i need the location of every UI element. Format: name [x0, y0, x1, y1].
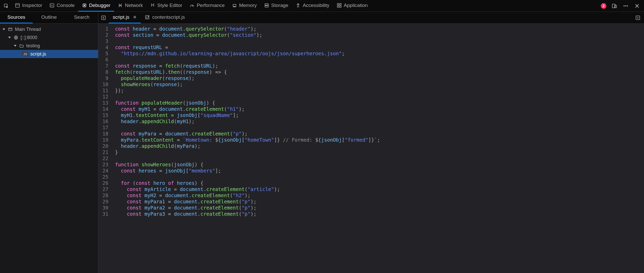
pick-element-icon — [4, 3, 9, 8]
svg-rect-12 — [340, 6, 341, 7]
tree-row-main-thread[interactable]: Main Thread — [0, 25, 98, 33]
tab-debugger[interactable]: Debugger — [78, 0, 114, 12]
pick-element-button[interactable] — [1, 0, 11, 12]
tab-console[interactable]: Console — [46, 0, 78, 12]
tab-performance[interactable]: Performance — [186, 0, 228, 12]
svg-rect-20 — [8, 28, 12, 31]
panel-tab-search[interactable]: Search — [65, 12, 98, 23]
back-arrow-button[interactable] — [98, 12, 109, 23]
debugger-main: Main Thread [::]:8000 testing JS script.… — [0, 24, 644, 273]
tab-label: Memory — [239, 3, 257, 8]
svg-point-17 — [627, 5, 628, 6]
svg-rect-6 — [265, 4, 268, 5]
tab-accessibility[interactable]: Accessibility — [292, 0, 333, 12]
folder-icon — [19, 43, 24, 48]
toolbar-right: 2 — [601, 3, 643, 9]
svg-rect-9 — [337, 4, 339, 5]
toolbar-left: Inspector Console Debugger Network Style — [1, 0, 371, 12]
tab-label: Application — [344, 3, 368, 8]
js-badge-icon: JS — [22, 52, 28, 56]
file-tab-contentscript-js[interactable]: contentscript.js — [141, 12, 189, 23]
panel-tab-sources[interactable]: Sources — [0, 12, 33, 23]
svg-rect-19 — [636, 16, 640, 20]
tab-label: Inspector — [22, 3, 42, 8]
tab-network[interactable]: Network — [114, 0, 146, 12]
tree-row-host[interactable]: [::]:8000 — [0, 33, 98, 42]
svg-point-16 — [625, 5, 626, 6]
tab-label: Accessibility — [303, 3, 329, 8]
svg-rect-5 — [233, 4, 236, 6]
panel-tab-label: Outline — [41, 14, 57, 20]
performance-icon — [189, 3, 195, 8]
puzzle-icon — [145, 15, 150, 20]
file-tab-label: contentscript.js — [152, 14, 185, 20]
tab-memory[interactable]: Memory — [228, 0, 260, 12]
tab-storage[interactable]: Storage — [260, 0, 292, 12]
tree-label: Main Thread — [15, 27, 41, 32]
tab-label: Performance — [197, 3, 225, 8]
tab-inspector[interactable]: Inspector — [11, 0, 46, 12]
tree-label: testing — [26, 43, 40, 49]
panel-tab-label: Search — [74, 14, 89, 20]
tab-label: Network — [125, 3, 143, 8]
svg-point-8 — [298, 4, 298, 4]
tab-label: Console — [57, 3, 75, 8]
svg-rect-18 — [102, 16, 106, 20]
debugger-icon — [82, 3, 87, 8]
close-icon[interactable]: ✕ — [132, 14, 137, 20]
svg-rect-11 — [337, 6, 339, 7]
network-icon — [118, 3, 123, 8]
code-editor[interactable]: 1234567891011121314151617181920212223242… — [98, 24, 644, 273]
svg-rect-1 — [16, 4, 20, 7]
close-devtools-button[interactable] — [634, 3, 640, 9]
panel-tabs: Sources Outline Search — [0, 12, 98, 23]
tab-label: Style Editor — [157, 3, 182, 8]
tab-style-editor[interactable]: Style Editor — [146, 0, 186, 12]
globe-icon — [13, 35, 19, 40]
file-tab-label: script.js — [113, 14, 129, 20]
tab-application[interactable]: Application — [333, 0, 371, 12]
file-tab-script-js[interactable]: script.js ✕ — [109, 12, 141, 23]
storage-icon — [264, 3, 269, 8]
style-editor-icon — [150, 3, 155, 8]
panel-tab-label: Sources — [7, 14, 25, 20]
more-menu-button[interactable] — [622, 3, 629, 9]
tab-label: Storage — [271, 3, 289, 8]
tree-label: script.js — [30, 51, 46, 57]
inspector-icon — [15, 3, 20, 8]
memory-icon — [232, 3, 237, 8]
tree-label: [::]:8000 — [21, 35, 37, 40]
console-icon — [49, 3, 55, 8]
sources-tree: Main Thread [::]:8000 testing JS script.… — [0, 24, 98, 273]
debugger-secondbar: Sources Outline Search script.js ✕ conte… — [0, 12, 644, 24]
devtools-toolbar: Inspector Console Debugger Network Style — [0, 0, 644, 12]
svg-rect-10 — [340, 4, 341, 5]
svg-point-15 — [624, 5, 625, 6]
application-icon — [337, 3, 342, 8]
line-gutter: 1234567891011121314151617181920212223242… — [98, 24, 111, 273]
panel-tab-outline[interactable]: Outline — [33, 12, 65, 23]
svg-rect-2 — [50, 4, 54, 7]
window-icon — [8, 27, 13, 32]
accessibility-icon — [295, 3, 301, 8]
twisty-icon — [2, 28, 6, 31]
tab-label: Debugger — [89, 3, 110, 8]
code-content[interactable]: const header = document.querySelector("h… — [111, 24, 384, 273]
svg-rect-4 — [84, 5, 85, 6]
tree-row-folder[interactable]: testing — [0, 42, 98, 50]
file-tabs: script.js ✕ contentscript.js — [98, 12, 644, 23]
tree-row-file[interactable]: JS script.js — [0, 50, 98, 58]
twisty-icon — [8, 36, 11, 39]
svg-rect-7 — [265, 6, 268, 7]
toggle-right-pane-button[interactable] — [634, 12, 642, 23]
twisty-icon — [13, 44, 17, 48]
error-count-badge[interactable]: 2 — [601, 3, 606, 9]
responsive-mode-button[interactable] — [611, 3, 618, 9]
